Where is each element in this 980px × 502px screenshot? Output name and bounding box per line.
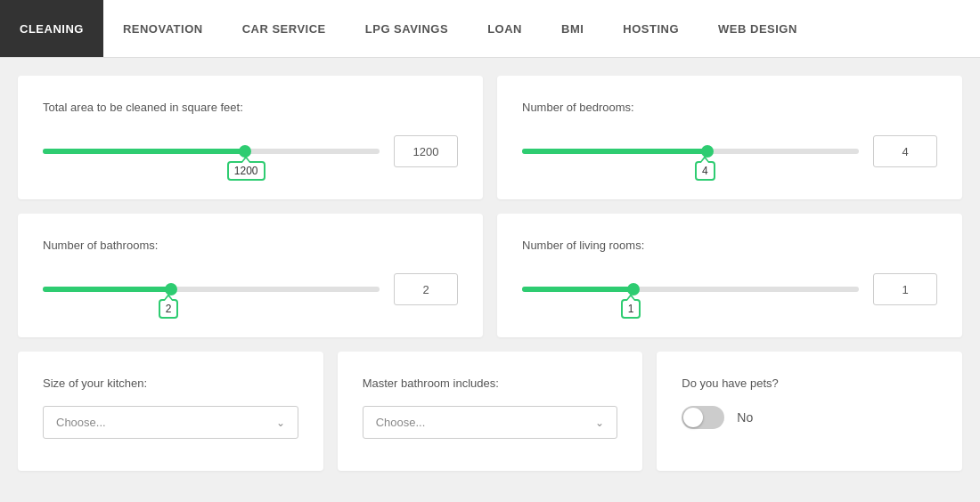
kitchen-label: Size of your kitchen: — [43, 376, 298, 390]
area-slider-wrap: 1200 — [43, 149, 380, 154]
pets-toggle-row: No — [682, 406, 937, 429]
row-3: Size of your kitchen: Choose... ⌄ Master… — [18, 352, 962, 471]
bedrooms-value-box: 4 — [873, 135, 937, 167]
toggle-knob — [683, 408, 703, 427]
master-label: Master bathroom includes: — [363, 376, 618, 390]
kitchen-dropdown-text: Choose... — [56, 416, 106, 429]
card-bedrooms: Number of bedrooms: 4 4 — [497, 76, 962, 199]
living-slider-row: 1 1 — [522, 273, 937, 305]
bathrooms-slider-row: 2 2 — [43, 273, 458, 305]
bedrooms-label: Number of bedrooms: — [522, 101, 937, 114]
bedrooms-slider-fill — [522, 149, 707, 154]
pets-toggle[interactable] — [682, 406, 724, 429]
bedrooms-slider-track — [522, 149, 859, 154]
nav-item-bmi[interactable]: BMI — [542, 0, 603, 57]
living-label: Number of living rooms: — [522, 239, 937, 252]
card-kitchen: Size of your kitchen: Choose... ⌄ — [18, 352, 323, 471]
area-slider-row: 1200 1200 — [43, 135, 458, 167]
bedrooms-slider-wrap: 4 — [522, 149, 859, 154]
row-1: Total area to be cleaned in square feet:… — [18, 76, 962, 199]
living-slider-fill — [522, 287, 633, 292]
card-pets: Do you have pets? No — [657, 352, 962, 471]
nav-item-car-service[interactable]: CAR SERVICE — [223, 0, 346, 57]
navigation: CLEANING RENOVATION CAR SERVICE LPG SAVI… — [0, 0, 980, 58]
master-dropdown[interactable]: Choose... ⌄ — [363, 406, 618, 439]
area-value-box: 1200 — [394, 135, 458, 167]
nav-item-lpg-savings[interactable]: LPG SAVINGS — [346, 0, 468, 57]
bathrooms-value-box: 2 — [394, 273, 458, 305]
kitchen-dropdown-arrow: ⌄ — [276, 417, 285, 429]
card-living: Number of living rooms: 1 1 — [497, 214, 962, 337]
card-area: Total area to be cleaned in square feet:… — [18, 76, 483, 199]
bathrooms-slider-track — [43, 287, 380, 292]
bathrooms-slider-fill — [43, 287, 171, 292]
row-2: Number of bathrooms: 2 2 — [18, 214, 962, 337]
card-bathrooms: Number of bathrooms: 2 2 — [18, 214, 483, 337]
living-slider-track — [522, 287, 859, 292]
area-slider-tooltip: 1200 — [227, 161, 265, 181]
bedrooms-slider-row: 4 4 — [522, 135, 937, 167]
card-master-bath: Master bathroom includes: Choose... ⌄ — [338, 352, 643, 471]
living-slider-tooltip: 1 — [621, 299, 641, 319]
pets-toggle-label: No — [737, 410, 753, 425]
kitchen-dropdown[interactable]: Choose... ⌄ — [43, 406, 298, 439]
master-dropdown-text: Choose... — [376, 416, 426, 429]
living-value-box: 1 — [873, 273, 937, 305]
area-label: Total area to be cleaned in square feet: — [43, 101, 458, 114]
nav-item-renovation[interactable]: RENOVATION — [103, 0, 223, 57]
bathrooms-slider-wrap: 2 — [43, 287, 380, 292]
bathrooms-slider-tooltip: 2 — [159, 299, 179, 319]
bathrooms-label: Number of bathrooms: — [43, 239, 458, 252]
area-slider-fill — [43, 149, 245, 154]
nav-item-hosting[interactable]: HOSTING — [603, 0, 698, 57]
living-slider-wrap: 1 — [522, 287, 859, 292]
nav-item-loan[interactable]: LOAN — [468, 0, 542, 57]
nav-item-web-design[interactable]: WEB DESIGN — [698, 0, 817, 57]
bedrooms-slider-tooltip: 4 — [695, 161, 715, 181]
main-content: Total area to be cleaned in square feet:… — [0, 58, 980, 489]
area-slider-track — [43, 149, 380, 154]
pets-label: Do you have pets? — [682, 376, 937, 390]
nav-item-cleaning[interactable]: CLEANING — [0, 0, 103, 57]
master-dropdown-arrow: ⌄ — [595, 417, 604, 429]
